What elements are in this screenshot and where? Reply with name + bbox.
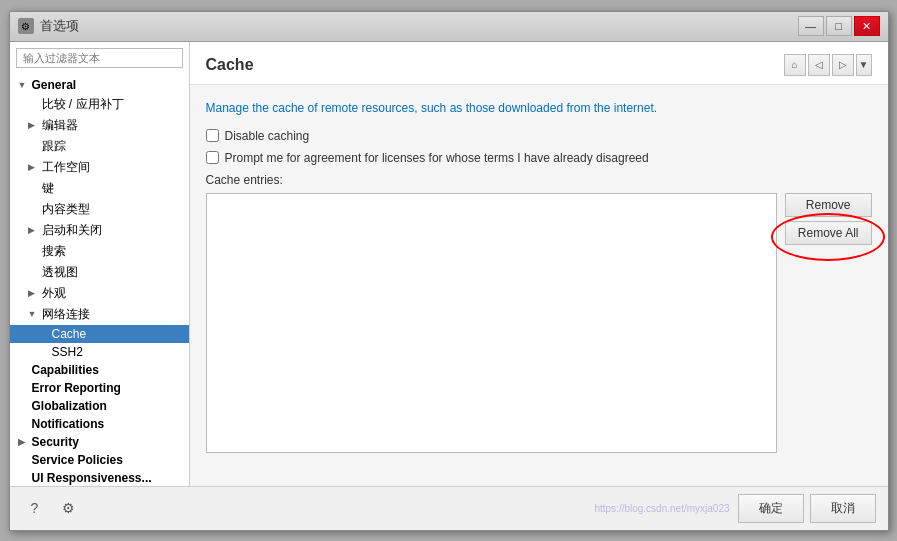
sidebar-item-notifications[interactable]: Notifications <box>10 415 189 433</box>
cache-area: Remove Remove All <box>206 193 872 453</box>
cache-entries-label: Cache entries: <box>206 173 872 187</box>
bottom-bar: ? ⚙ https://blog.csdn.net/myxja023 确定 取消 <box>10 486 888 530</box>
main-header: Cache ⌂ ◁ ▷ ▼ <box>190 42 888 85</box>
ok-button[interactable]: 确定 <box>738 494 804 523</box>
help-icon: ? <box>31 500 39 516</box>
remove-all-circle: Remove All <box>785 221 872 245</box>
sidebar-item-ui-responsiveness[interactable]: UI Responsiveness... <box>10 469 189 486</box>
sidebar-item-security[interactable]: ▶Security <box>10 433 189 451</box>
bottom-left: ? ⚙ <box>22 495 82 521</box>
sidebar-item-perspective[interactable]: 透视图 <box>10 262 189 283</box>
sidebar-item-editor[interactable]: ▶编辑器 <box>10 115 189 136</box>
sidebar-item-keys[interactable]: 键 <box>10 178 189 199</box>
sidebar-item-appearance[interactable]: ▶外观 <box>10 283 189 304</box>
sidebar-item-search[interactable]: 搜索 <box>10 241 189 262</box>
nav-home-button[interactable]: ⌂ <box>784 54 806 76</box>
nav-buttons: ⌂ ◁ ▷ ▼ <box>784 54 872 76</box>
sidebar-item-globalization[interactable]: Globalization <box>10 397 189 415</box>
window-title: 首选项 <box>40 17 79 35</box>
filter-input[interactable] <box>16 48 183 68</box>
sidebar-item-error-reporting[interactable]: Error Reporting <box>10 379 189 397</box>
prompt-agreement-row: Prompt me for agreement for licenses for… <box>206 151 872 165</box>
sidebar-item-compare[interactable]: 比较 / 应用补丁 <box>10 94 189 115</box>
title-bar-left: ⚙ 首选项 <box>18 17 79 35</box>
nav-forward-button[interactable]: ▷ <box>832 54 854 76</box>
sidebar-item-content-types[interactable]: 内容类型 <box>10 199 189 220</box>
preferences-button[interactable]: ⚙ <box>56 495 82 521</box>
preferences-window: ⚙ 首选项 — □ ✕ ▼General 比较 / 应用补丁 ▶编辑器 跟踪 ▶… <box>9 11 889 531</box>
cancel-button[interactable]: 取消 <box>810 494 876 523</box>
minimize-button[interactable]: — <box>798 16 824 36</box>
remove-button[interactable]: Remove <box>785 193 872 217</box>
nav-back-button[interactable]: ◁ <box>808 54 830 76</box>
main-content: Manage the cache of remote resources, su… <box>190 85 888 486</box>
preferences-icon: ⚙ <box>62 500 75 516</box>
watermark: https://blog.csdn.net/myxja023 <box>594 503 729 514</box>
close-button[interactable]: ✕ <box>854 16 880 36</box>
help-button[interactable]: ? <box>22 495 48 521</box>
sidebar-item-workspace[interactable]: ▶工作空间 <box>10 157 189 178</box>
sidebar-item-ssh2[interactable]: SSH2 <box>10 343 189 361</box>
main-panel: Cache ⌂ ◁ ▷ ▼ Manage the cache of remote… <box>190 42 888 486</box>
cache-buttons: Remove Remove All <box>785 193 872 453</box>
content-area: ▼General 比较 / 应用补丁 ▶编辑器 跟踪 ▶工作空间 键 内容类型 … <box>10 42 888 486</box>
nav-dropdown-button[interactable]: ▼ <box>856 54 872 76</box>
tree: ▼General 比较 / 应用补丁 ▶编辑器 跟踪 ▶工作空间 键 内容类型 … <box>10 74 189 486</box>
remove-all-button[interactable]: Remove All <box>785 221 872 245</box>
sidebar-item-network[interactable]: ▼网络连接 <box>10 304 189 325</box>
title-bar-buttons: — □ ✕ <box>798 16 880 36</box>
panel-title: Cache <box>206 56 254 74</box>
sidebar-item-service-policies[interactable]: Service Policies <box>10 451 189 469</box>
prompt-agreement-label: Prompt me for agreement for licenses for… <box>225 151 649 165</box>
sidebar-item-startup[interactable]: ▶启动和关闭 <box>10 220 189 241</box>
prompt-agreement-checkbox[interactable] <box>206 151 219 164</box>
window-icon: ⚙ <box>18 18 34 34</box>
maximize-button[interactable]: □ <box>826 16 852 36</box>
cache-description: Manage the cache of remote resources, su… <box>206 101 872 115</box>
bottom-right: 确定 取消 <box>738 494 876 523</box>
cache-listbox[interactable] <box>206 193 777 453</box>
title-bar: ⚙ 首选项 — □ ✕ <box>10 12 888 42</box>
sidebar-item-cache[interactable]: Cache <box>10 325 189 343</box>
sidebar-item-capabilities[interactable]: Capabilities <box>10 361 189 379</box>
disable-caching-row: Disable caching <box>206 129 872 143</box>
disable-caching-label: Disable caching <box>225 129 310 143</box>
disable-caching-checkbox[interactable] <box>206 129 219 142</box>
sidebar: ▼General 比较 / 应用补丁 ▶编辑器 跟踪 ▶工作空间 键 内容类型 … <box>10 42 190 486</box>
sidebar-item-trace[interactable]: 跟踪 <box>10 136 189 157</box>
sidebar-item-general[interactable]: ▼General <box>10 76 189 94</box>
